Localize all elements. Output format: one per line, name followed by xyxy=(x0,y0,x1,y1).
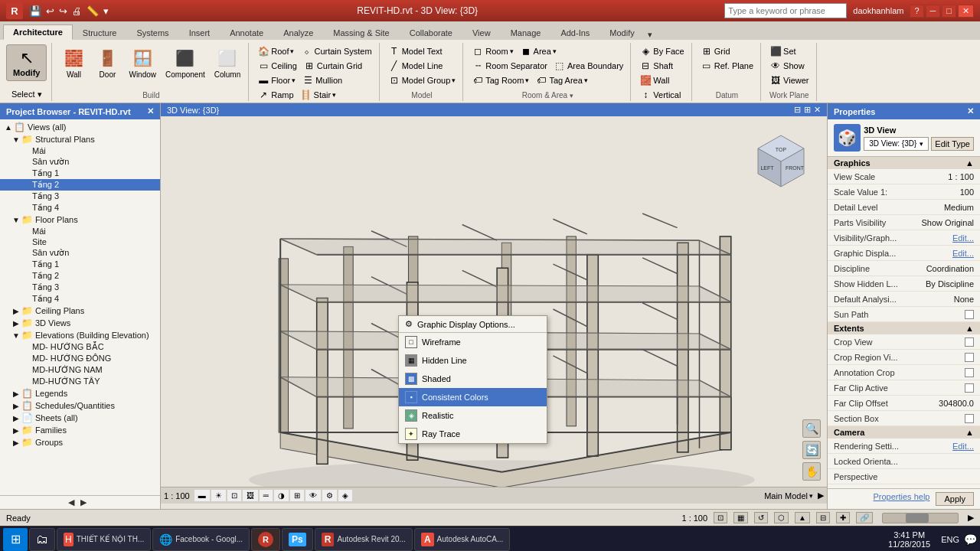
taskbar-photoshop[interactable]: Ps xyxy=(282,528,313,551)
pan-control[interactable]: ✋ xyxy=(802,462,821,481)
tree-schedules[interactable]: ▶ 📋 Schedules/Quantities xyxy=(0,399,160,412)
sun-path-checkbox[interactable] xyxy=(965,310,974,319)
tree-structural-plans[interactable]: ▼ 📁 Structural Plans xyxy=(0,133,160,145)
set-button[interactable]: ⬛ Set xyxy=(767,44,799,58)
taskbar-explorer[interactable]: 🗂 xyxy=(29,528,55,551)
taskbar-chrome[interactable]: 🌐 Facebook - Googl... xyxy=(152,528,250,551)
column-button[interactable]: ⬜ Column xyxy=(211,44,243,81)
view-scale-value[interactable]: 1 : 100 xyxy=(948,172,974,181)
shadows-button[interactable]: ◑ xyxy=(274,490,289,501)
render-button[interactable]: 🖼 xyxy=(243,490,258,501)
grid-button[interactable]: ⊞ Grid xyxy=(698,44,733,58)
vp-scroll-right-icon[interactable]: ▶ xyxy=(818,491,824,500)
tab-collaborate[interactable]: Collaborate xyxy=(400,25,462,40)
floor-button[interactable]: ▬ Floor ▾ xyxy=(255,73,298,87)
sun-path-button[interactable]: ☀ xyxy=(211,490,226,501)
hidden-line-item[interactable]: ▦ Hidden Line xyxy=(399,351,547,370)
tree-floor-plans[interactable]: ▼ 📁 Floor Plans xyxy=(0,214,160,226)
properties-help-link[interactable]: Properties help xyxy=(873,492,929,506)
tree-tang1-structural[interactable]: Tầng 1 xyxy=(0,168,160,179)
room-button[interactable]: ◻ Room ▾ xyxy=(469,44,515,58)
navigation-cube[interactable]: TOP LEFT FRONT xyxy=(750,132,812,193)
rendering-settings-value[interactable]: Edit... xyxy=(952,442,974,451)
select-label[interactable]: Select ▾ xyxy=(11,90,42,99)
wireframe-item[interactable]: □ Wireframe xyxy=(399,333,547,351)
graphics-section-header[interactable]: Graphics ▲ xyxy=(828,157,980,169)
tree-tang4-floor[interactable]: Tầng 4 xyxy=(0,293,160,305)
detail-level-value[interactable]: Medium xyxy=(944,203,974,212)
vp-close-icon[interactable]: ✕ xyxy=(814,105,821,115)
keyword-search-input[interactable] xyxy=(724,3,847,18)
wall-button[interactable]: 🧱 Wall xyxy=(58,44,89,81)
tab-addins[interactable]: Add-Ins xyxy=(550,25,599,40)
measure-icon[interactable]: 📏 xyxy=(85,4,100,18)
ref-plane-button[interactable]: ▭ Ref. Plane xyxy=(698,59,756,73)
thin-lines-button[interactable]: ═ xyxy=(260,490,273,501)
area-boundary-button[interactable]: ⬚ Area Boundary xyxy=(551,59,626,73)
camera-section-header[interactable]: Camera ▲ xyxy=(828,426,980,439)
ray-trace-item[interactable]: ✦ Ray Trace xyxy=(399,425,547,443)
statusbar-btn1[interactable]: ⊡ xyxy=(714,512,727,523)
ribbon-expand-icon[interactable]: ▾ xyxy=(648,30,652,40)
annotation-crop-checkbox[interactable] xyxy=(965,368,974,377)
type-dropdown[interactable]: 3D View: {3D} ▾ xyxy=(864,137,929,151)
taskbar-interior-design[interactable]: H THIẾT KẾ NỘI TH... xyxy=(57,528,151,551)
show-hidden-value[interactable]: By Discipline xyxy=(926,279,974,289)
model-dropdown-icon[interactable]: ▾ xyxy=(809,492,813,500)
graphic-display-options-item[interactable]: ⚙ Graphic Display Options... xyxy=(399,316,547,333)
display-style-button[interactable]: ▬ xyxy=(194,490,210,501)
far-clip-active-checkbox[interactable] xyxy=(965,383,974,393)
component-button[interactable]: ⬛ Component xyxy=(162,44,208,81)
temp-hide-button[interactable]: 👁 xyxy=(305,490,321,501)
tree-groups[interactable]: ▶ 📁 Groups xyxy=(0,436,160,448)
consistent-colors-item[interactable]: ▪ Consistent Colors xyxy=(399,388,547,406)
tree-tang2-floor[interactable]: Tầng 2 xyxy=(0,270,160,282)
statusbar-btn5[interactable]: ▲ xyxy=(795,512,810,523)
start-button[interactable]: ⊞ xyxy=(3,528,28,551)
vp-max-icon[interactable]: ⊞ xyxy=(804,105,811,115)
edit-type-button[interactable]: Edit Type xyxy=(931,137,974,151)
tag-room-button[interactable]: 🏷 Tag Room ▾ xyxy=(469,73,531,87)
tree-san-vuon-structural[interactable]: Sân vườn xyxy=(0,156,160,168)
minimize-button[interactable]: ─ xyxy=(926,5,941,18)
shaft-button[interactable]: ⊟ Shaft xyxy=(637,59,675,73)
modify-button[interactable]: ↖ Modify xyxy=(6,44,47,81)
tree-mai-structural[interactable]: Mái xyxy=(0,145,160,156)
tree-tang2-structural[interactable]: Tầng 2 xyxy=(0,179,160,191)
tab-massing[interactable]: Massing & Site xyxy=(323,25,399,40)
discipline-value[interactable]: Coordination xyxy=(926,264,974,273)
close-button[interactable]: ✕ xyxy=(958,5,974,18)
tab-insert[interactable]: Insert xyxy=(179,25,220,40)
model-group-button[interactable]: ⊡ Model Group ▾ xyxy=(386,73,459,87)
crop-region-checkbox[interactable] xyxy=(965,353,974,362)
project-browser-content[interactable]: ▲ 📋 Views (all) ▼ 📁 Structural Plans Mái… xyxy=(0,119,160,495)
redo-icon[interactable]: ↪ xyxy=(57,4,69,18)
roof-button[interactable]: 🏠 Roof ▾ xyxy=(255,44,296,58)
curtain-system-button[interactable]: ⬦ Curtain System xyxy=(298,44,374,58)
wall-opening-button[interactable]: 🧱 Wall xyxy=(637,73,671,87)
viewer-button[interactable]: 🖼 Viewer xyxy=(767,73,811,87)
taskbar-revit[interactable]: R Autodesk Revit 20... xyxy=(315,528,413,551)
tab-view[interactable]: View xyxy=(462,25,501,40)
tab-modify[interactable]: Modify xyxy=(599,25,644,40)
tab-analyze[interactable]: Analyze xyxy=(273,25,323,40)
model-line-button[interactable]: ╱ Model Line xyxy=(386,59,446,73)
model-text-button[interactable]: T Model Text xyxy=(386,44,445,58)
vertical-button[interactable]: ↕ Vertical xyxy=(637,88,683,102)
viewport-canvas[interactable]: TOP LEFT FRONT ⚙ Graphic Display Options… xyxy=(161,116,827,504)
undo-icon[interactable]: ↩ xyxy=(44,4,56,18)
tree-families[interactable]: ▶ 📁 Families xyxy=(0,424,160,436)
extents-section-header[interactable]: Extents ▲ xyxy=(828,322,980,334)
default-analysis-value[interactable]: None xyxy=(954,295,974,304)
realistic-item[interactable]: ◈ Realistic xyxy=(399,406,547,425)
crop-button[interactable]: ⊡ xyxy=(227,490,241,501)
worksets-button[interactable]: ⚙ xyxy=(322,490,337,501)
statusbar-btn7[interactable]: ✚ xyxy=(836,512,850,523)
tree-md-nam[interactable]: MD-HƯỚNG NAM xyxy=(0,364,160,376)
scale-value-val[interactable]: 100 xyxy=(960,187,974,197)
tree-site-floor[interactable]: Site xyxy=(0,236,160,247)
pb-scroll-left-icon[interactable]: ◀ xyxy=(68,497,74,507)
room-separator-button[interactable]: ╌ Room Separator xyxy=(469,59,550,73)
curtain-grid-button[interactable]: ⊞ Curtain Grid xyxy=(301,59,364,73)
print-icon[interactable]: 🖨 xyxy=(70,4,83,18)
